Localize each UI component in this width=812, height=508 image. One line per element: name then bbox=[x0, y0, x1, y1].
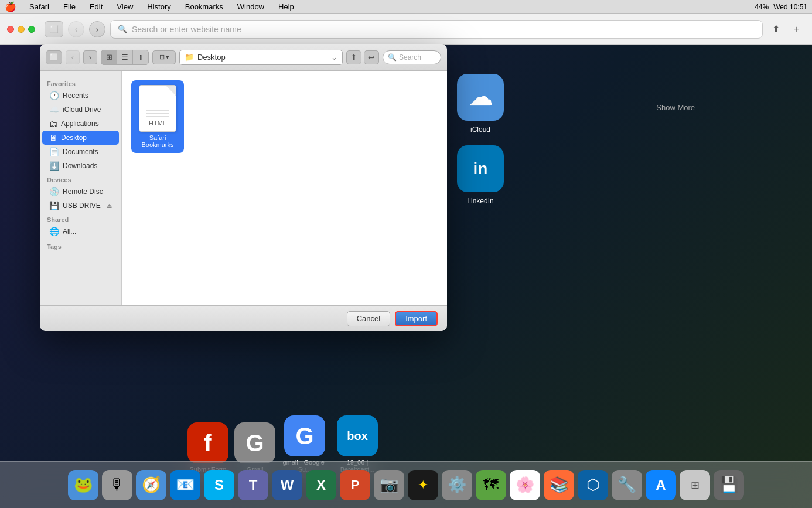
forward-button[interactable]: › bbox=[89, 21, 105, 37]
url-input[interactable]: Search or enter website name bbox=[132, 25, 241, 34]
dock-teams[interactable]: T bbox=[238, 470, 268, 500]
dock-books[interactable]: 📚 bbox=[544, 470, 574, 500]
fp-sidebar-toggle-button[interactable]: ⬜ bbox=[46, 50, 62, 64]
back-button[interactable]: ‹ bbox=[68, 21, 84, 37]
fullscreen-button[interactable] bbox=[28, 26, 35, 33]
file-picker-sidebar: Favorites 🕐 Recents ☁️ iCloud Drive 🗂 Ap… bbox=[40, 71, 122, 305]
fp-shared-label: Shared bbox=[40, 213, 121, 224]
menu-history[interactable]: History bbox=[144, 1, 174, 12]
downloads-icon: ⬇️ bbox=[49, 161, 59, 171]
sidebar-documents-label: Documents bbox=[63, 148, 98, 156]
sidebar-item-remote-disc[interactable]: 💿 Remote Disc bbox=[42, 185, 119, 199]
dock-excel[interactable]: X bbox=[306, 470, 336, 500]
menubar-clock: Wed 10:51 bbox=[773, 3, 807, 11]
sidebar-downloads-label: Downloads bbox=[63, 162, 97, 170]
dock-word[interactable]: W bbox=[272, 470, 302, 500]
sidebar-all-label: All... bbox=[63, 227, 76, 236]
file-name-label: Safari Bookmarks bbox=[136, 134, 179, 148]
recents-icon: 🕐 bbox=[49, 91, 59, 100]
dock-drive[interactable]: 💾 bbox=[714, 470, 744, 500]
sidebar-toggle-icon: ⬜ bbox=[50, 25, 59, 33]
file-line-1 bbox=[146, 110, 169, 111]
bookmark-icloud[interactable]: ☁ iCloud bbox=[457, 74, 504, 134]
file-picker-dialog: ⬜ ‹ › ⊞ ☰ ⫿ ⊞ ▾ 📁 Desktop ⌄ ⬆ ↩ 🔍 Search bbox=[40, 44, 447, 331]
share-button[interactable]: ⬆ bbox=[767, 21, 784, 37]
sidebar-item-all[interactable]: 🌐 All... bbox=[42, 224, 119, 238]
documents-icon: 📄 bbox=[49, 147, 59, 156]
show-more-button[interactable]: Show More bbox=[656, 103, 695, 112]
cancel-button[interactable]: Cancel bbox=[347, 311, 390, 326]
fp-location-bar[interactable]: 📁 Desktop ⌄ bbox=[179, 50, 343, 65]
dock-finder[interactable]: 🐸 bbox=[68, 470, 98, 500]
sidebar-item-usb-drive[interactable]: 💾 USB DRIVE ⏏ bbox=[42, 199, 119, 213]
fp-view-buttons: ⊞ ☰ ⫿ bbox=[101, 50, 149, 65]
dock-siri[interactable]: 🎙 bbox=[102, 470, 132, 500]
sidebar-toggle-button[interactable]: ⬜ bbox=[45, 21, 63, 37]
fp-search-placeholder: Search bbox=[399, 53, 421, 62]
import-button[interactable]: Import bbox=[395, 311, 438, 326]
all-shared-icon: 🌐 bbox=[49, 227, 59, 236]
traffic-lights bbox=[7, 26, 35, 33]
menu-edit[interactable]: Edit bbox=[86, 1, 106, 12]
fp-arrange-chevron: ▾ bbox=[166, 53, 169, 61]
dock-safari[interactable]: 🧭 bbox=[136, 470, 166, 500]
menu-window[interactable]: Window bbox=[234, 1, 268, 12]
dock-photos[interactable]: 🌸 bbox=[510, 470, 540, 500]
sidebar-item-desktop[interactable]: 🖥 Desktop bbox=[42, 131, 119, 145]
dock-photos-viewer[interactable]: 📷 bbox=[374, 470, 404, 500]
sidebar-item-downloads[interactable]: ⬇️ Downloads bbox=[42, 159, 119, 173]
sidebar-item-icloud-drive[interactable]: ☁️ iCloud Drive bbox=[42, 103, 119, 117]
menubar-right: 44% Wed 10:51 bbox=[755, 3, 807, 11]
fp-action-buttons: ⬆ ↩ bbox=[346, 50, 379, 64]
bookmark-linkedin[interactable]: in LinkedIn bbox=[457, 145, 504, 205]
fp-search-bar[interactable]: 🔍 Search bbox=[383, 50, 441, 64]
menubar: 🍎 Safari File Edit View History Bookmark… bbox=[0, 0, 812, 14]
file-content-lines bbox=[146, 110, 169, 117]
close-button[interactable] bbox=[7, 26, 14, 33]
file-picker-main[interactable]: HTML Safari Bookmarks bbox=[122, 71, 447, 305]
usb-drive-icon: 💾 bbox=[49, 201, 59, 210]
fp-view-icon-button[interactable]: ⊞ bbox=[101, 50, 117, 64]
new-tab-button[interactable]: + bbox=[789, 21, 805, 37]
fp-sidebar-toggle-icon: ⬜ bbox=[50, 53, 58, 61]
menu-safari[interactable]: Safari bbox=[26, 1, 53, 12]
fp-tags-label: Tags bbox=[40, 238, 121, 251]
sidebar-item-recents[interactable]: 🕐 Recents bbox=[42, 88, 119, 103]
dock-launchpad[interactable]: ⊞ bbox=[680, 470, 710, 500]
fp-folder-icon: 📁 bbox=[185, 53, 194, 62]
dock: 🐸 🎙 🧭 📧 S T W X P 📷 ✦ ⚙️ 🗺 🌸 📚 ⬡ 🔧 A ⊞ 💾 bbox=[0, 461, 812, 508]
fp-back-button[interactable]: ‹ bbox=[66, 50, 80, 64]
apple-menu-icon[interactable]: 🍎 bbox=[5, 1, 16, 12]
dock-ai[interactable]: ✦ bbox=[408, 470, 438, 500]
sidebar-item-applications[interactable]: 🗂 Applications bbox=[42, 117, 119, 131]
icloud-drive-icon: ☁️ bbox=[49, 105, 59, 114]
dock-tools[interactable]: 🔧 bbox=[612, 470, 642, 500]
url-bar[interactable]: 🔍 Search or enter website name bbox=[110, 20, 763, 39]
fp-favorites-label: Favorites bbox=[40, 77, 121, 88]
dock-virtualbox[interactable]: ⬡ bbox=[578, 470, 608, 500]
dock-skype[interactable]: S bbox=[204, 470, 234, 500]
fp-location-chevron: ⌄ bbox=[331, 53, 337, 62]
menu-file[interactable]: File bbox=[60, 1, 79, 12]
dock-outlook[interactable]: 📧 bbox=[170, 470, 200, 500]
bookmark-linkedin-label: LinkedIn bbox=[467, 197, 493, 205]
menu-help[interactable]: Help bbox=[275, 1, 298, 12]
fp-arrange-button[interactable]: ⊞ ▾ bbox=[152, 50, 176, 64]
dock-maps[interactable]: 🗺 bbox=[476, 470, 506, 500]
dock-settings[interactable]: ⚙️ bbox=[442, 470, 472, 500]
desktop-icon: 🖥 bbox=[49, 133, 57, 142]
eject-icon[interactable]: ⏏ bbox=[107, 203, 112, 209]
bookmark-icloud-label: iCloud bbox=[470, 125, 490, 134]
dock-powerpoint[interactable]: P bbox=[340, 470, 370, 500]
fp-new-folder-button[interactable]: ↩ bbox=[364, 50, 379, 64]
sidebar-item-documents[interactable]: 📄 Documents bbox=[42, 145, 119, 159]
dock-appstore[interactable]: A bbox=[646, 470, 676, 500]
fp-view-list-button[interactable]: ☰ bbox=[117, 50, 132, 64]
file-item-safari-bookmarks[interactable]: HTML Safari Bookmarks bbox=[131, 80, 184, 153]
menu-view[interactable]: View bbox=[113, 1, 137, 12]
menu-bookmarks[interactable]: Bookmarks bbox=[182, 1, 227, 12]
fp-view-column-button[interactable]: ⫿ bbox=[133, 50, 148, 64]
fp-forward-button[interactable]: › bbox=[83, 50, 97, 64]
minimize-button[interactable] bbox=[18, 26, 25, 33]
fp-share-button[interactable]: ⬆ bbox=[346, 50, 361, 64]
